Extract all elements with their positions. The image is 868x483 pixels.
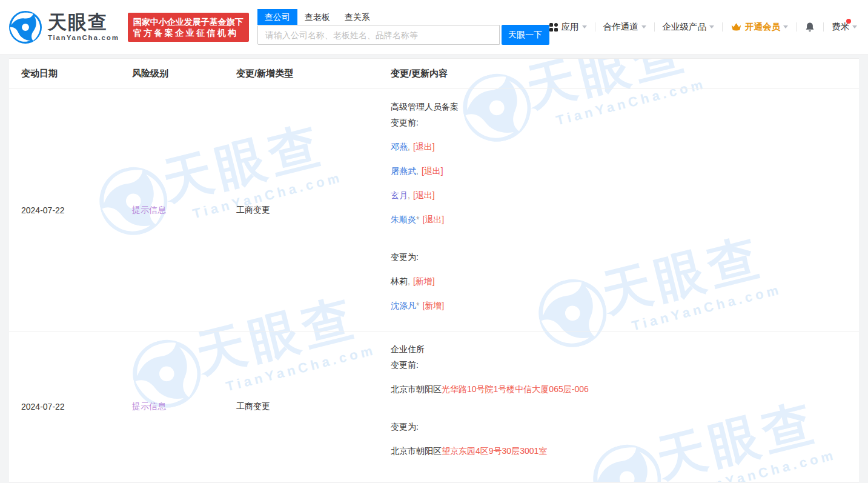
address-prefix: 北京市朝阳区 [391,384,442,394]
person-entry: 沈涤凡*[新增] [391,298,859,313]
person-entry: 朱顺炎*[退出] [391,212,859,227]
separator: , [408,276,410,286]
nav-cooperation-label: 合作通道 [603,21,638,33]
search-input[interactable] [257,25,500,45]
header-nav: 应用 合作通道 企业级产品 开通会员 费米 [549,21,858,33]
site-logo[interactable]: 天眼查 TianYanCha.com [9,11,119,44]
divider [796,22,797,32]
table-row: 2024-07-22 提示信息 工商变更 高级管理人员备案 变更前: 邓燕,[退… [9,89,859,331]
before-label: 变更前: [391,115,859,130]
nav-user[interactable]: 费米 [832,21,857,33]
nav-enterprise-label: 企业级产品 [663,21,707,33]
badge-line2: 官方备案企业征信机构 [133,27,244,38]
after-label: 变更为: [391,419,859,435]
divider [823,22,824,32]
person-link[interactable]: 朱顺炎 [391,215,416,224]
address-highlight-link[interactable]: 光华路10号院1号楼中信大厦065层-006 [442,384,589,394]
tab-search-boss[interactable]: 查老板 [297,9,337,25]
nav-apps[interactable]: 应用 [549,21,587,33]
nav-cooperation[interactable]: 合作通道 [603,21,646,33]
notification-dot [846,19,851,24]
change-content: 企业住所 变更前: 北京市朝阳区光华路10号院1号楼中信大厦065层-006 变… [379,331,859,482]
new-tag: [新增] [413,276,435,286]
separator: , [408,142,410,152]
risk-level-link[interactable]: 提示信息 [132,205,166,216]
separator: * [416,215,419,224]
address-highlight-link[interactable]: 望京东园4区9号30层3001室 [442,446,547,456]
after-label: 变更为: [391,249,859,265]
search-area: 查公司 查老板 查关系 天眼一下 [257,9,549,45]
change-date: 2024-07-22 [9,89,120,331]
logo-title: 天眼查 [48,13,119,33]
nav-open-vip[interactable]: 开通会员 [731,21,788,33]
new-tag: [新增] [422,301,444,310]
before-label: 变更前: [391,357,859,373]
change-records-table: 天眼查 TianYanCha.com 天眼查 TianYanCha.com 天眼… [9,58,859,482]
person-entry: 玄月,[退出] [391,187,859,203]
change-date: 2024-07-22 [9,331,120,482]
person-link[interactable]: 沈涤凡 [391,301,416,310]
chevron-down-icon [582,25,587,28]
nav-vip-label: 开通会员 [745,21,780,33]
chevron-down-icon [709,25,714,28]
divider [654,22,655,32]
tab-search-relation[interactable]: 查关系 [337,9,377,25]
change-type: 工商变更 [224,89,379,331]
column-header-content: 变更/更新内容 [379,68,859,79]
tianyancha-swirl-icon [9,11,42,44]
divider [722,22,723,32]
person-entry: 林莉,[新增] [391,273,859,289]
tab-search-company[interactable]: 查公司 [257,9,297,25]
page-content: 天眼查 TianYanCha.com 天眼查 TianYanCha.com 天眼… [0,58,868,482]
logo-text-block: 天眼查 TianYanCha.com [48,13,119,41]
badge-line1: 国家中小企业发展子基金旗下 [133,16,244,27]
column-header-risk: 风险级别 [120,68,224,79]
change-content: 高级管理人员备案 变更前: 邓燕,[退出] 屠燕武,[退出] 玄月,[退出] 朱… [379,89,859,331]
separator: * [416,301,419,310]
change-type: 工商变更 [224,331,379,482]
separator: , [416,166,419,176]
chevron-down-icon [783,25,788,28]
person-name: 林莉 [391,276,408,286]
bell-icon [804,21,815,33]
notification-bell[interactable] [804,21,815,33]
address-line: 北京市朝阳区光华路10号院1号楼中信大厦065层-006 [391,381,859,397]
site-header: 天眼查 TianYanCha.com 国家中小企业发展子基金旗下 官方备案企业征… [0,0,868,55]
certification-badge: 国家中小企业发展子基金旗下 官方备案企业征信机构 [128,13,249,42]
exit-tag: [退出] [422,215,444,224]
nav-apps-label: 应用 [562,21,579,33]
column-header-type: 变更/新增类型 [224,68,379,79]
table-row: 2024-07-22 提示信息 工商变更 企业住所 变更前: 北京市朝阳区光华路… [9,331,859,482]
person-link[interactable]: 玄月 [391,190,408,200]
address-prefix: 北京市朝阳区 [391,446,442,456]
column-header-date: 变动日期 [9,68,120,79]
person-link[interactable]: 邓燕 [391,142,408,152]
crown-icon [731,22,742,32]
divider [595,22,595,32]
address-line: 北京市朝阳区望京东园4区9号30层3001室 [391,443,859,459]
person-entry: 邓燕,[退出] [391,139,859,155]
exit-tag: [退出] [413,190,435,200]
change-title: 高级管理人员备案 [391,99,859,115]
search-tabs: 查公司 查老板 查关系 [257,9,549,25]
table-header-row: 变动日期 风险级别 变更/新增类型 变更/更新内容 [9,59,859,89]
exit-tag: [退出] [422,166,443,176]
chevron-down-icon [852,25,857,28]
exit-tag: [退出] [413,142,435,152]
person-entry: 屠燕武,[退出] [391,163,859,179]
chevron-down-icon [641,25,646,28]
change-title: 企业住所 [391,341,859,357]
logo-subtitle: TianYanCha.com [48,34,119,41]
nav-enterprise-products[interactable]: 企业级产品 [663,21,715,33]
separator: , [408,190,410,200]
search-button[interactable]: 天眼一下 [502,25,549,45]
risk-level-link[interactable]: 提示信息 [132,401,166,412]
apps-grid-icon [549,23,558,32]
person-link[interactable]: 屠燕武 [391,166,416,176]
